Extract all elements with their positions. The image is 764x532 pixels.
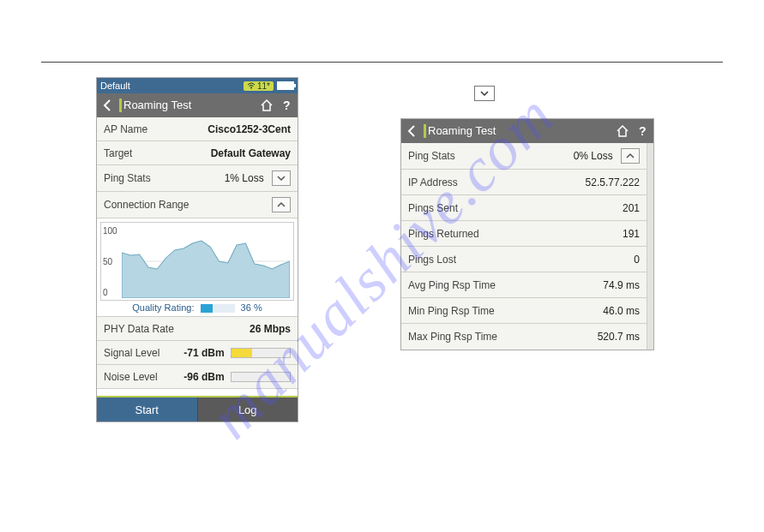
row-ip-address: IP Address 52.5.77.222 (401, 170, 647, 195)
home-icon (616, 125, 629, 137)
row-ping-stats[interactable]: Ping Stats 0% Loss (401, 143, 647, 170)
graph-caption: Quality Rating: 36 % (100, 301, 294, 314)
row-target: Target Default Gateway (97, 141, 298, 165)
back-button[interactable] (406, 125, 417, 137)
chevron-left-icon (102, 99, 112, 111)
caption-label: Quality Rating: (132, 302, 194, 313)
status-bar: Default 11* (97, 78, 298, 93)
value: 1% Loss (225, 172, 264, 184)
row-noise-level: Noise Level -96 dBm (97, 365, 298, 389)
label: AP Name (104, 123, 147, 135)
scrollbar[interactable] (647, 143, 653, 350)
row-ap-name: AP Name Cisco1252-3Cent (97, 117, 298, 141)
page-rule (41, 62, 723, 63)
profile-name: Default (100, 81, 130, 91)
label: IP Address (408, 176, 458, 188)
value: -71 dBm (183, 347, 224, 359)
label: Pings Lost (408, 254, 456, 266)
row-max-rsp: Max Ping Rsp Time 520.7 ms (401, 324, 647, 350)
start-button[interactable]: Start (97, 398, 198, 421)
row-phy-rate: PHY Data Rate 26 Mbps (97, 317, 298, 341)
home-icon (260, 99, 274, 111)
connection-range-graph: 100 50 0 Quality Rating: 36 % (97, 218, 298, 317)
log-button[interactable]: Log (198, 398, 298, 421)
back-button[interactable] (102, 99, 112, 111)
svg-text:?: ? (639, 125, 647, 137)
collapse-toggle[interactable] (621, 148, 640, 164)
row-pings-sent: Pings Sent 201 (401, 195, 647, 221)
value: Default Gateway (211, 147, 291, 159)
panel-right: Roaming Test ? Ping Stats 0% Loss IP Add… (400, 118, 654, 350)
wifi-icon (247, 82, 256, 89)
label: Pings Returned (408, 228, 479, 240)
help-button[interactable]: ? (636, 125, 648, 137)
row-ping-stats[interactable]: Ping Stats 1% Loss (97, 165, 298, 192)
label: Target (104, 147, 132, 159)
question-icon: ? (636, 125, 648, 137)
chevron-up-icon (626, 152, 635, 159)
chevron-down-icon (277, 175, 286, 182)
value: 520.7 ms (598, 331, 640, 343)
home-button[interactable] (260, 99, 274, 111)
bottom-bar: Start Log (97, 396, 298, 421)
value: 46.0 ms (603, 305, 640, 317)
chevron-down-icon (480, 90, 489, 97)
home-button[interactable] (616, 125, 629, 137)
row-pings-lost: Pings Lost 0 (401, 247, 647, 272)
row-pings-returned: Pings Returned 191 (401, 221, 647, 247)
value: 52.5.77.222 (586, 176, 640, 188)
row-avg-rsp: Avg Ping Rsp Time 74.9 ms (401, 272, 647, 298)
value: Cisco1252-3Cent (208, 123, 291, 135)
label: Ping Stats (408, 150, 455, 162)
row-signal-level: Signal Level -71 dBm (97, 341, 298, 365)
signal-meter (231, 348, 291, 358)
noise-meter (231, 372, 291, 382)
wifi-badge: 11* (244, 81, 274, 91)
chevron-left-icon (406, 125, 417, 137)
label: Max Ping Rsp Time (408, 331, 497, 343)
area-chart: 100 50 0 (100, 222, 294, 301)
question-icon: ? (280, 99, 292, 111)
ytick-0: 0 (103, 288, 108, 297)
wifi-channel: 11* (257, 81, 270, 91)
ping-stats-list: Ping Stats 0% Loss IP Address 52.5.77.22… (401, 143, 647, 350)
collapse-toggle[interactable] (272, 197, 291, 212)
label: Noise Level (104, 371, 158, 383)
label: Pings Sent (408, 202, 458, 214)
quality-bar-icon (201, 304, 235, 313)
label: PHY Data Rate (104, 323, 174, 335)
chart-svg (122, 224, 290, 298)
expand-toggle[interactable] (272, 170, 291, 186)
ytick-50: 50 (103, 257, 112, 266)
screen-title: Roaming Test (119, 99, 253, 112)
value: 191 (623, 228, 640, 240)
collapse-toggle-right[interactable] (474, 86, 495, 101)
device-left: Default 11* Roaming Test ? AP Name Cisco… (96, 77, 298, 422)
value: 0% Loss (574, 150, 613, 162)
value: -96 dBm (183, 371, 224, 383)
svg-text:?: ? (283, 99, 291, 111)
details-list: AP Name Cisco1252-3Cent Target Default G… (97, 117, 298, 389)
label: Connection Range (104, 199, 189, 211)
nav-bar: Roaming Test ? (97, 93, 298, 117)
battery-icon (277, 81, 294, 90)
value: 201 (623, 202, 640, 214)
value: 74.9 ms (603, 279, 640, 291)
ytick-100: 100 (103, 226, 117, 236)
label: Signal Level (104, 347, 159, 359)
svg-point-0 (250, 87, 252, 89)
nav-bar: Roaming Test ? (401, 119, 653, 143)
label: Min Ping Rsp Time (408, 305, 495, 317)
row-connection-range[interactable]: Connection Range (97, 192, 298, 218)
row-min-rsp: Min Ping Rsp Time 46.0 ms (401, 298, 647, 324)
caption-value: 36 % (241, 302, 262, 313)
label: Avg Ping Rsp Time (408, 279, 496, 291)
screen-title: Roaming Test (424, 124, 609, 138)
help-button[interactable]: ? (280, 99, 292, 111)
chevron-up-icon (277, 201, 286, 208)
value: 26 Mbps (250, 323, 291, 335)
label: Ping Stats (104, 172, 151, 184)
value: 0 (634, 254, 640, 266)
